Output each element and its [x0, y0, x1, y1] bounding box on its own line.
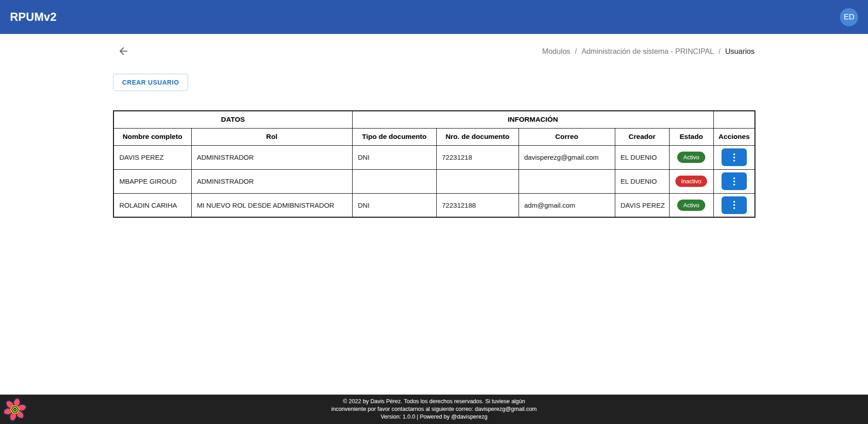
app-title: RPUMv2 — [10, 10, 57, 24]
cell-correo: adm@gmail.com — [519, 193, 615, 217]
create-user-button[interactable]: CREAR USUARIO — [113, 74, 188, 91]
page: RPUMv2 ED Modulos / Administración de si… — [0, 0, 868, 424]
breadcrumb: Modulos / Administración de sistema - PR… — [542, 47, 755, 56]
vertical-dots-icon — [733, 157, 735, 158]
footer-line-1: © 2022 by Davis Pérez. Todos los derecho… — [343, 398, 525, 405]
table-row: ROLADIN CARIHA MI NUEVO ROL DESDE ADMIBN… — [113, 193, 755, 217]
cell-correo — [519, 169, 615, 193]
breadcrumb-administracion[interactable]: Administración de sistema - PRINCIPAL — [581, 47, 714, 56]
status-badge: Inactivo — [675, 176, 708, 187]
col-header-creador: Creador — [615, 128, 669, 145]
app-header: RPUMv2 ED — [0, 0, 868, 34]
footer: © 2022 by Davis Pérez. Todos los derecho… — [0, 395, 868, 424]
arrow-left-icon — [118, 45, 129, 57]
col-header-tipo-documento: Tipo de documento — [352, 128, 436, 145]
cell-nro-documento: 722312188 — [436, 193, 519, 217]
cell-nro-documento — [436, 169, 519, 193]
footer-line-2: inconveniente por favor contactarnos al … — [331, 405, 537, 413]
breadcrumb-separator: / — [575, 47, 577, 56]
row-actions-button[interactable] — [722, 196, 747, 214]
cell-correo: davisperezg@gmail.com — [519, 145, 615, 169]
column-header-row: Nombre completo Rol Tipo de documento Nr… — [113, 128, 755, 145]
vertical-dots-icon — [733, 181, 735, 182]
back-button[interactable] — [117, 44, 130, 58]
footer-line-3: Version: 1.0.0 | Powered by @davisperezg — [381, 413, 487, 421]
cell-rol: ADMINISTRADOR — [191, 145, 352, 169]
cell-nro-documento: 72231218 — [436, 145, 519, 169]
vertical-dots-icon — [733, 204, 735, 206]
col-header-correo: Correo — [519, 128, 615, 145]
col-header-nro-documento: Nro. de documento — [436, 128, 519, 145]
table-row: DAVIS PEREZ ADMINISTRADOR DNI 72231218 d… — [113, 145, 755, 169]
col-header-acciones: Acciones — [713, 128, 755, 145]
users-table: DATOS INFORMACIÓN Nombre completo Rol Ti… — [113, 110, 755, 218]
breadcrumb-usuarios: Usuarios — [725, 47, 755, 56]
cell-tipo-documento: DNI — [352, 145, 436, 169]
group-header-row: DATOS INFORMACIÓN — [113, 111, 755, 128]
status-badge: Activo — [677, 200, 705, 211]
group-header-datos: DATOS — [113, 111, 352, 128]
col-header-rol: Rol — [191, 128, 352, 145]
row-actions-button[interactable] — [722, 148, 747, 166]
user-avatar[interactable]: ED — [840, 8, 858, 26]
cell-tipo-documento — [352, 169, 436, 193]
col-header-nombre: Nombre completo — [113, 128, 191, 145]
cell-nombre: MBAPPE GIROUD — [113, 169, 191, 193]
row-actions-button[interactable] — [722, 172, 747, 190]
breadcrumb-separator: / — [718, 47, 721, 56]
cell-tipo-documento: DNI — [352, 193, 436, 217]
cell-nombre: ROLADIN CARIHA — [113, 193, 191, 217]
table-row: MBAPPE GIROUD ADMINISTRADOR EL DUENIO In… — [113, 169, 755, 193]
cell-rol: ADMINISTRADOR — [191, 169, 352, 193]
cell-rol: MI NUEVO ROL DESDE ADMIBNISTRADOR — [191, 193, 352, 217]
cell-creador: DAVIS PEREZ — [615, 193, 669, 217]
cell-nombre: DAVIS PEREZ — [113, 145, 191, 169]
group-header-informacion: INFORMACIÓN — [352, 111, 713, 128]
status-badge: Activo — [677, 152, 705, 163]
breadcrumb-modulos[interactable]: Modulos — [542, 47, 570, 56]
group-header-empty — [713, 111, 755, 128]
atom-flower-logo — [2, 397, 28, 422]
cell-creador: EL DUENIO — [615, 169, 669, 193]
cell-creador: EL DUENIO — [615, 145, 669, 169]
col-header-estado: Estado — [669, 128, 713, 145]
